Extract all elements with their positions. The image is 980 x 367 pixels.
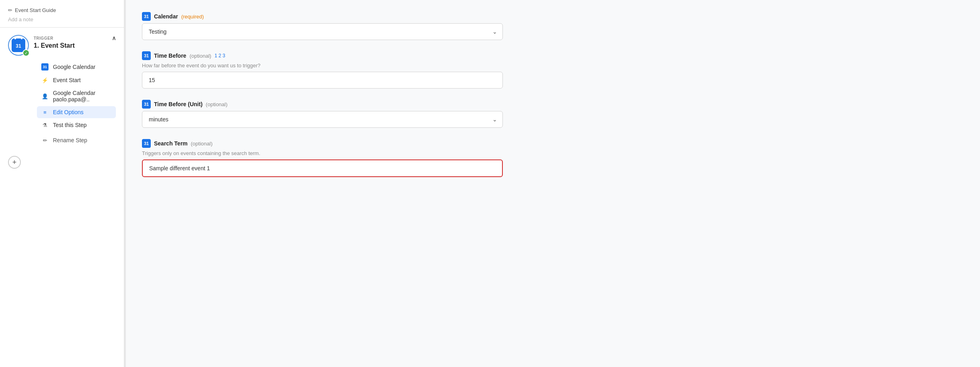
sidebar-item-edit-options[interactable]: ≡ Edit Options bbox=[37, 106, 116, 118]
field-label-row: 31 Time Before (Unit) (optional) bbox=[142, 100, 503, 109]
trigger-badge: TRIGGER ∧ bbox=[34, 35, 116, 41]
cal-label-icon: 31 bbox=[142, 139, 151, 148]
breadcrumb: Event Start Guide bbox=[15, 7, 56, 13]
field-label-row: 31 Time Before (optional) 1 2 3 bbox=[142, 51, 503, 60]
trigger-section: 31 ✓ TRIGGER ∧ 1. Event Start 31 Google … bbox=[0, 28, 124, 146]
field-calendar: 31 Calendar (required) Testing ⌄ bbox=[142, 12, 503, 40]
pencil-icon: ✏ bbox=[8, 7, 12, 13]
add-note-button[interactable]: Add a note bbox=[8, 16, 116, 22]
bolt-icon: ⚡ bbox=[41, 77, 49, 83]
sidebar-item-label: Edit Options bbox=[53, 109, 83, 115]
trigger-row: 31 ✓ TRIGGER ∧ 1. Event Start bbox=[8, 35, 116, 56]
cal-label-icon: 31 bbox=[142, 12, 151, 21]
rename-step-button[interactable]: ✏ Rename Step bbox=[37, 134, 116, 146]
sub-items-list: 31 Google Calendar ⚡ Event Start 👤 Googl… bbox=[8, 56, 116, 131]
breadcrumb-row: ✏ Event Start Guide bbox=[8, 7, 116, 13]
field-label-time-unit: Time Before (Unit) bbox=[154, 101, 202, 107]
cal-icon: 31 bbox=[41, 63, 49, 71]
sidebar: ✏ Event Start Guide Add a note 31 ✓ TRIG… bbox=[0, 0, 124, 367]
add-btn-row: + bbox=[0, 146, 124, 169]
field-search-term: 31 Search Term (optional) Triggers only … bbox=[142, 139, 503, 177]
sidebar-item-label: Google Calendar paolo.papa@.. bbox=[53, 90, 112, 103]
calendar-select[interactable]: Testing bbox=[142, 23, 503, 40]
flask-icon: ⚗ bbox=[41, 122, 49, 128]
sidebar-item-label: Event Start bbox=[53, 77, 81, 83]
sidebar-item-label: Google Calendar bbox=[53, 64, 95, 70]
calendar-select-wrap: Testing ⌄ bbox=[142, 23, 503, 40]
main-content: 31 Calendar (required) Testing ⌄ 31 Time… bbox=[126, 0, 980, 367]
field-hint-time-before: How far before the event do you want us … bbox=[142, 63, 503, 69]
sidebar-header: ✏ Event Start Guide Add a note bbox=[0, 7, 124, 28]
field-label-row: 31 Calendar (required) bbox=[142, 12, 503, 21]
plus-icon: + bbox=[12, 158, 17, 167]
rename-section: ✏ Rename Step bbox=[8, 131, 116, 146]
optional-badge: (optional) bbox=[190, 53, 211, 59]
sidebar-item-label: Test this Step bbox=[53, 122, 87, 128]
trigger-info: TRIGGER ∧ 1. Event Start bbox=[34, 35, 116, 49]
field-label-search-term: Search Term bbox=[154, 140, 188, 147]
field-time-before-unit: 31 Time Before (Unit) (optional) minutes… bbox=[142, 100, 503, 128]
cal-label-icon: 31 bbox=[142, 100, 151, 109]
field-time-before: 31 Time Before (optional) 1 2 3 How far … bbox=[142, 51, 503, 89]
time-unit-select-wrap: minutes hours days ⌄ bbox=[142, 111, 503, 128]
sidebar-item-google-calendar[interactable]: 31 Google Calendar bbox=[37, 60, 116, 73]
time-unit-select[interactable]: minutes hours days bbox=[142, 111, 503, 128]
trigger-icon-wrap: 31 ✓ bbox=[8, 35, 29, 56]
time-before-input[interactable] bbox=[142, 72, 503, 89]
pencil-rename-icon: ✏ bbox=[41, 137, 49, 143]
field-hint-search-term: Triggers only on events containing the s… bbox=[142, 150, 503, 156]
step-nums[interactable]: 1 2 3 bbox=[215, 53, 225, 58]
field-label-calendar: Calendar bbox=[154, 13, 178, 20]
sidebar-item-event-start[interactable]: ⚡ Event Start bbox=[37, 74, 116, 86]
collapse-button[interactable]: ∧ bbox=[112, 35, 116, 41]
optional-badge: (optional) bbox=[206, 101, 227, 107]
sidebar-item-test-step[interactable]: ⚗ Test this Step bbox=[37, 119, 116, 131]
field-label-time-before: Time Before bbox=[154, 52, 186, 59]
check-badge: ✓ bbox=[22, 49, 30, 56]
field-label-row: 31 Search Term (optional) bbox=[142, 139, 503, 148]
add-step-button[interactable]: + bbox=[8, 156, 21, 169]
rename-label: Rename Step bbox=[53, 137, 87, 143]
person-icon: 👤 bbox=[41, 93, 49, 99]
sidebar-item-account[interactable]: 👤 Google Calendar paolo.papa@.. bbox=[37, 87, 116, 105]
search-term-input[interactable] bbox=[142, 159, 503, 177]
trigger-title: 1. Event Start bbox=[34, 42, 116, 49]
list-icon: ≡ bbox=[41, 109, 49, 115]
required-badge: (required) bbox=[181, 14, 204, 20]
cal-label-icon: 31 bbox=[142, 51, 151, 60]
optional-badge: (optional) bbox=[191, 141, 213, 147]
